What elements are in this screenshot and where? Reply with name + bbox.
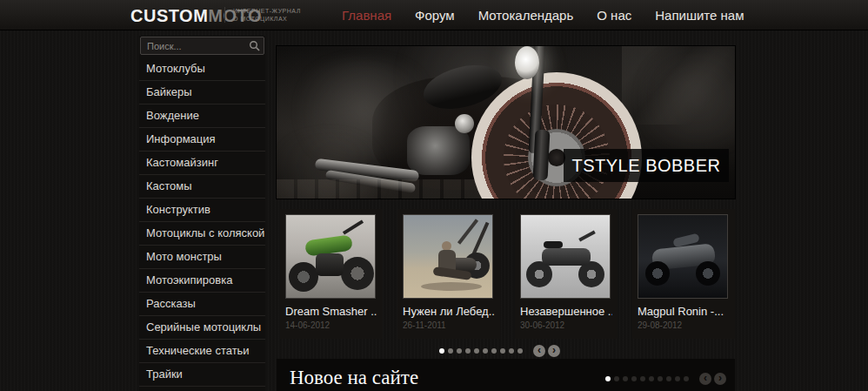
hero-slide[interactable]: TSTYLE BOBBER [277,46,735,199]
sidebar-item-moto-monsters[interactable]: Мото монстры [139,246,265,269]
shadow-shape [421,282,482,291]
carousel-dots [439,348,523,354]
card-title[interactable]: Magpul Ronin -... [638,305,730,318]
header-bar: CUSTOMMOTO ИНТЕРНЕТ-ЖУРНАЛ О МОТОЦИКЛАХ … [0,0,868,30]
pager-dot[interactable] [649,376,654,381]
site-tagline: ИНТЕРНЕТ-ЖУРНАЛ О МОТОЦИКЛАХ [224,7,301,23]
pager-dot[interactable] [448,348,453,354]
garage-background-shape [622,46,735,125]
next-arrow-icon[interactable]: › [548,345,560,357]
pager-dot[interactable] [483,348,488,354]
logo-part-custom: CUSTOM [130,6,208,25]
sidebar-item-tuning[interactable]: Тюнинг [139,387,265,391]
sidebar-item-information[interactable]: Информация [139,128,265,152]
sidebar: Мотоклубы Байкеры Вождение Информация Ка… [139,36,265,391]
card-thumbnail-green-bobber [285,214,376,299]
engine-shape [316,253,344,276]
headlight-shape [515,46,539,79]
garage-floor-shape [277,179,485,199]
pager-dot[interactable] [517,348,523,354]
bike-body-shape [542,248,591,266]
pager-dot[interactable] [631,376,637,381]
card-title[interactable]: Dream Smasher ... [285,305,377,318]
article-card[interactable]: Нужен ли Лебед... 26-11-2011 [397,209,500,339]
pager-dot[interactable] [623,376,628,381]
wheel-shape [696,261,720,286]
sidebar-item-technical-articles[interactable]: Технические статьи [139,340,265,363]
new-on-site-arrows: ‹ › [699,373,726,385]
sidebar-item-trikes[interactable]: Трайки [139,363,265,387]
article-card[interactable]: Незавершенное ... 30-06-2012 [515,209,618,339]
card-date: 26-11-2011 [403,320,495,330]
sidebar-item-customs[interactable]: Кастомы [139,175,265,199]
wheel-shape [341,257,374,290]
wheel-shape [289,262,318,292]
wheel-shape [645,261,670,286]
motorcycle-engine-shape [407,126,470,175]
card-thumbnail-vintage-motorcycle [520,214,611,299]
pager-dot[interactable] [658,376,663,381]
new-on-site-pager: ‹ › [605,373,726,385]
carousel-arrows: ‹ › [533,345,560,357]
nav-item-home[interactable]: Главная [342,8,391,23]
handlebar-shape [457,219,478,244]
section-title: Новое на сайте [290,367,418,389]
card-date: 29-08-2012 [638,320,730,330]
card-thumbnail-concept-motorcycle [638,214,728,299]
next-arrow-icon[interactable]: › [714,373,726,385]
tagline-line2: О МОТОЦИКЛАХ [233,15,301,23]
sidebar-item-sidecar-motorcycles[interactable]: Мотоциклы с коляской [139,222,265,246]
handlebar-shape [578,231,596,242]
pager-dot[interactable] [666,376,671,381]
new-on-site-dots [605,376,689,381]
sidebar-item-moto-equipment[interactable]: Мотоэкипировка [139,269,265,293]
front-fork-lower-shape [532,130,550,181]
nav-item-contact[interactable]: Напишите нам [655,8,744,23]
article-card[interactable]: Magpul Ronin -... 29-08-2012 [632,209,735,339]
page: CUSTOMMOTO ИНТЕРНЕТ-ЖУРНАЛ О МОТОЦИКЛАХ … [0,0,868,391]
search-input[interactable] [141,38,264,55]
pager-dot[interactable] [675,376,680,381]
sidebar-item-bikers[interactable]: Байкеры [139,81,265,104]
article-card[interactable]: Dream Smasher ... 14-06-2012 [280,209,383,339]
handlebar-shape [343,219,364,234]
sidebar-item-stories[interactable]: Рассказы [139,293,265,316]
nav-item-calendar[interactable]: Мотокалендарь [478,8,574,23]
card-title[interactable]: Нужен ли Лебед... [403,305,495,318]
sidebar-item-driving[interactable]: Вождение [139,104,265,128]
pager-dot[interactable] [614,376,619,381]
pager-dot[interactable] [491,348,497,354]
pager-dot[interactable] [457,348,462,354]
pager-dot[interactable] [605,376,611,381]
pager-dot[interactable] [500,348,505,354]
hero-caption[interactable]: TSTYLE BOBBER [564,149,729,182]
pager-dot[interactable] [439,348,444,354]
motorcycle-lamp-shape [455,114,474,133]
prev-arrow-icon[interactable]: ‹ [699,373,711,385]
card-thumbnail-man-with-chopper [403,214,493,299]
new-on-site-section: Новое на сайте ‹ › [277,359,735,391]
sidebar-item-customizing[interactable]: Кастомайзинг [139,152,265,175]
sidebar-item-motoclubs[interactable]: Мотоклубы [139,57,265,81]
card-date: 14-06-2012 [285,320,377,330]
pager-dot[interactable] [465,348,471,354]
search-icon[interactable] [249,40,260,51]
seat-shape [544,241,563,248]
wheel-hub-shape [548,149,565,166]
sidebar-item-serial-motorcycles[interactable]: Серийные мотоциклы [139,316,265,340]
pager-dot[interactable] [684,376,689,381]
nav-item-forum[interactable]: Форум [415,8,455,23]
carousel-pager: ‹ › [439,345,560,357]
sidebar-item-construction[interactable]: Конструктив [139,199,265,222]
pager-dot[interactable] [509,348,514,354]
card-date: 30-06-2012 [520,320,612,330]
nav-item-about[interactable]: О нас [597,8,631,23]
pager-dot[interactable] [474,348,479,354]
search-box [140,37,264,55]
prev-arrow-icon[interactable]: ‹ [533,345,545,357]
main-nav: Главная Форум Мотокалендарь О нас Напиши… [342,0,744,30]
tagline-line1: ИНТЕРНЕТ-ЖУРНАЛ [233,7,301,15]
card-title[interactable]: Незавершенное ... [520,305,612,318]
pager-dot[interactable] [640,376,645,381]
